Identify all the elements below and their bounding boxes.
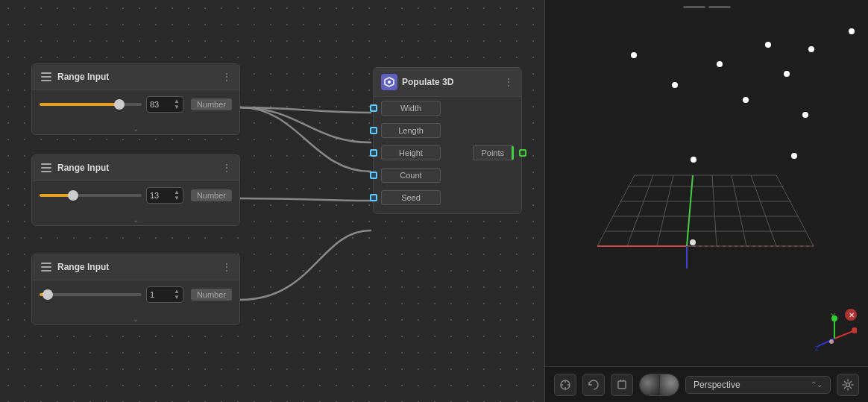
- scatter-dot-4: [784, 71, 790, 77]
- port-dot-count-in[interactable]: [370, 172, 377, 179]
- slider-track-1[interactable]: [40, 103, 142, 106]
- input-arrows-3: ▲ ▼: [174, 289, 180, 301]
- slider-row-1: 83 ▲ ▼ Number: [40, 96, 232, 113]
- slider-fill-1: [40, 103, 116, 106]
- scatter-dot-5: [717, 61, 723, 67]
- perspective-select[interactable]: Perspective ⌃⌄: [685, 376, 831, 394]
- range-input-icon-3: [40, 260, 53, 274]
- node-body-2: 13 ▲ ▼ Number: [32, 181, 239, 214]
- svg-line-23: [751, 175, 776, 246]
- arrow-down-1[interactable]: ▼: [174, 104, 180, 110]
- svg-line-30: [834, 331, 853, 339]
- node-header-3: Range Input ⋮: [32, 254, 239, 280]
- slider-row-2: 13 ▲ ▼ Number: [40, 187, 232, 204]
- refresh-view-button[interactable]: [582, 374, 605, 396]
- slider-row-3: 1 ▲ ▼ Number: [40, 286, 232, 303]
- cursor-mode-button[interactable]: [554, 374, 576, 396]
- svg-point-29: [690, 239, 696, 245]
- number-input-field-2[interactable]: 13: [150, 191, 172, 200]
- input-number-2[interactable]: 13 ▲ ▼: [146, 187, 183, 204]
- range-input-node-1: Range Input ⋮ 83 ▲ ▼ Number ⌄: [31, 63, 240, 135]
- arrow-down-2[interactable]: ▼: [174, 195, 180, 201]
- port-row-seed: Seed: [374, 186, 521, 209]
- material-display[interactable]: [639, 374, 679, 396]
- slider-thumb-3[interactable]: [43, 289, 53, 300]
- port-dot-points-out[interactable]: [519, 149, 526, 157]
- svg-line-22: [732, 175, 746, 246]
- svg-line-21: [712, 175, 717, 246]
- svg-point-10: [388, 81, 391, 84]
- scatter-dot-1: [849, 28, 855, 34]
- node-collapse-2[interactable]: ⌄: [32, 214, 239, 225]
- svg-line-18: [627, 175, 653, 246]
- port-dot-length-in[interactable]: [370, 127, 377, 134]
- arrow-down-3[interactable]: ▼: [174, 295, 180, 301]
- viewport-3d-grid: [560, 89, 851, 276]
- svg-rect-8: [41, 270, 51, 271]
- input-number-3[interactable]: 1 ▲ ▼: [146, 286, 183, 303]
- svg-text:Z: Z: [815, 345, 820, 352]
- svg-text:X: X: [855, 327, 857, 335]
- viewport-panel: X Y Z ✕: [544, 0, 868, 402]
- svg-line-17: [597, 175, 635, 246]
- svg-line-24: [776, 175, 814, 246]
- port-dot-seed-in[interactable]: [370, 194, 377, 201]
- port-dot-width-in[interactable]: [370, 104, 377, 112]
- perspective-label: Perspective: [694, 380, 740, 390]
- drag-line-2: [708, 6, 731, 8]
- slider-fill-2: [40, 194, 70, 197]
- port-label-width: Width: [381, 101, 441, 116]
- node-header-1: Range Input ⋮: [32, 64, 239, 90]
- populate-3d-header: Populate 3D ⋮: [374, 68, 521, 97]
- range-input-title-2: Range Input: [57, 163, 109, 173]
- frame-button[interactable]: [611, 374, 633, 396]
- type-badge-1: Number: [191, 98, 232, 110]
- material-sphere-left: [640, 374, 659, 395]
- viewport-bottom-bar: Perspective ⌃⌄: [545, 366, 868, 402]
- node-body-3: 1 ▲ ▼ Number: [32, 280, 239, 313]
- slider-track-3[interactable]: [40, 293, 142, 296]
- range-input-icon-2: [40, 161, 53, 175]
- viewport-settings-button[interactable]: [837, 374, 859, 396]
- node-collapse-3[interactable]: ⌄: [32, 313, 239, 324]
- scatter-dot-6: [631, 52, 637, 58]
- populate-3d-title: Populate 3D: [402, 77, 453, 87]
- svg-rect-1: [41, 76, 51, 78]
- slider-track-2[interactable]: [40, 194, 142, 197]
- slider-thumb-2[interactable]: [68, 190, 78, 201]
- node-canvas[interactable]: Range Input ⋮ 83 ▲ ▼ Number ⌄: [0, 0, 544, 402]
- type-badge-3: Number: [191, 289, 232, 301]
- scatter-dot-2: [808, 46, 814, 52]
- port-label-count: Count: [381, 168, 441, 183]
- svg-line-27: [687, 175, 693, 246]
- node-menu-button-2[interactable]: ⋮: [221, 162, 232, 174]
- scatter-dot-3: [765, 42, 771, 48]
- input-number-1[interactable]: 83 ▲ ▼: [146, 96, 183, 113]
- type-badge-2: Number: [191, 189, 232, 201]
- svg-rect-3: [41, 163, 51, 165]
- port-row-length: Length: [374, 119, 521, 142]
- number-input-field-3[interactable]: 1: [150, 290, 172, 299]
- svg-rect-4: [41, 167, 51, 169]
- port-row-width: Width: [374, 97, 521, 119]
- drag-line-1: [683, 6, 705, 8]
- node-collapse-1[interactable]: ⌄: [32, 123, 239, 134]
- node-menu-button-1[interactable]: ⋮: [221, 71, 232, 83]
- axis-indicator: X Y Z ✕: [812, 309, 857, 354]
- slider-thumb-1[interactable]: [114, 99, 125, 110]
- viewport-drag-handle[interactable]: [683, 6, 731, 8]
- svg-point-35: [829, 339, 834, 344]
- svg-rect-0: [41, 72, 51, 74]
- perspective-chevron-icon: ⌃⌄: [811, 380, 823, 389]
- node-menu-button-3[interactable]: ⋮: [221, 261, 232, 273]
- populate-menu-button[interactable]: ⋮: [503, 76, 514, 88]
- svg-rect-7: [41, 266, 51, 268]
- port-dot-height-in[interactable]: [370, 149, 377, 157]
- range-input-title-1: Range Input: [57, 72, 109, 82]
- number-input-field-1[interactable]: 83: [150, 100, 172, 109]
- svg-line-19: [657, 175, 673, 246]
- node-header-2: Range Input ⋮: [32, 155, 239, 181]
- svg-text:✕: ✕: [849, 311, 855, 319]
- range-input-icon-1: [40, 70, 53, 84]
- svg-rect-5: [41, 171, 51, 172]
